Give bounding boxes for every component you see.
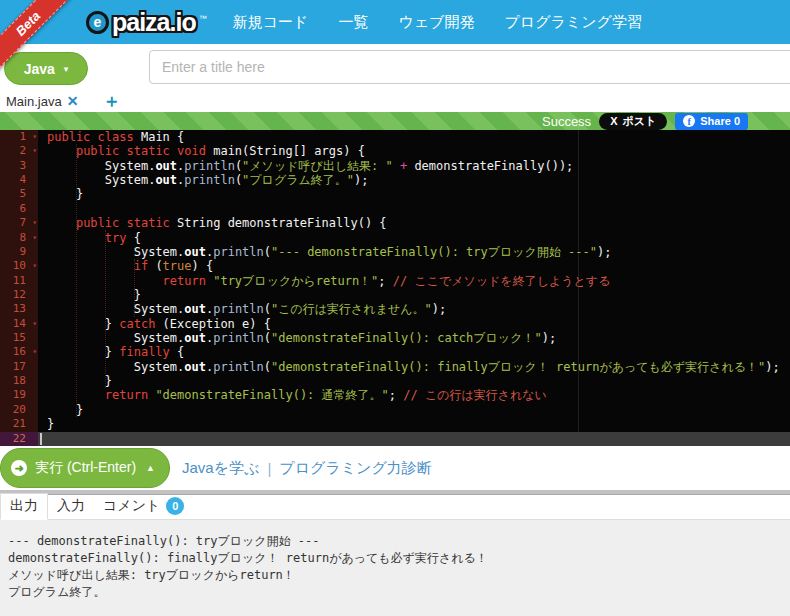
code-editor[interactable]: 1▾public class Main {2▾ public static vo…	[0, 130, 790, 446]
fold-arrow-icon[interactable]: ▾	[32, 259, 37, 273]
tab-comments[interactable]: コメント 0	[94, 494, 193, 519]
output-line: --- demonstrateFinally(): tryブロック開始 ---	[8, 533, 782, 550]
run-button-label: 実行 (Ctrl-Enter)	[35, 459, 136, 477]
fold-arrow-icon[interactable]: ▾	[32, 345, 37, 359]
code-line-content[interactable]: try {	[38, 231, 790, 245]
text-cursor	[40, 433, 42, 445]
code-line-content[interactable]: }	[38, 187, 790, 201]
code-line[interactable]: 6	[0, 202, 790, 216]
code-line-content[interactable]: return "demonstrateFinally(): 通常終了。"; //…	[38, 388, 790, 402]
output-line: メソッド呼び出し結果: tryブロックからreturn！	[8, 567, 782, 584]
chevron-down-icon: ▾	[64, 64, 69, 74]
code-line[interactable]: 13 System.out.println("この行は実行されません。");	[0, 302, 790, 316]
line-number: 5	[0, 187, 38, 201]
x-post-button[interactable]: X ポスト	[599, 113, 667, 130]
code-line[interactable]: 16▾ } finally {	[0, 345, 790, 359]
code-line-content[interactable]	[38, 202, 790, 216]
run-arrow-icon: ➜	[11, 460, 27, 476]
fold-arrow-icon[interactable]: ▾	[32, 317, 37, 331]
title-input[interactable]	[149, 50, 790, 84]
run-button[interactable]: ➜ 実行 (Ctrl-Enter) ▲	[0, 448, 170, 488]
code-line-content[interactable]: System.out.println("メソッド呼び出し結果: " + demo…	[38, 159, 790, 173]
language-selector[interactable]: Java ▾	[4, 52, 88, 85]
x-post-label: ポスト	[622, 114, 656, 129]
nav-item-list[interactable]: 一覧	[338, 13, 368, 32]
code-line-content[interactable]: public static String demonstrateFinally(…	[38, 216, 790, 230]
tab-output[interactable]: 出力	[0, 493, 48, 520]
paiza-logo-icon: e	[86, 11, 109, 34]
code-line-content[interactable]: }	[38, 417, 790, 431]
line-number: 13	[0, 302, 38, 316]
code-line[interactable]: 20 }	[0, 403, 790, 417]
code-line-content[interactable]: public class Main {	[38, 130, 790, 144]
nav-item-web-dev[interactable]: ウェブ開発	[398, 13, 474, 32]
line-number: 22	[0, 432, 38, 446]
code-line-content[interactable]: }	[38, 374, 790, 388]
fold-arrow-icon[interactable]: ▾	[32, 130, 37, 144]
code-line-content[interactable]: System.out.println("demonstrateFinally()…	[38, 360, 790, 374]
code-line-content[interactable]: System.out.println("この行は実行されません。");	[38, 302, 790, 316]
nav-item-learning[interactable]: プログラミング学習	[504, 13, 641, 32]
code-line[interactable]: 19 return "demonstrateFinally(): 通常終了。";…	[0, 388, 790, 402]
file-tab-main-java[interactable]: Main.java	[6, 94, 62, 109]
add-file-icon[interactable]: ＋	[102, 89, 120, 113]
code-line-content[interactable]: return "tryブロックからreturn！"; // ここでメソッドを終了…	[38, 274, 790, 288]
line-number: 19	[0, 388, 38, 402]
line-number: 15	[0, 331, 38, 345]
output-line: プログラム終了。	[8, 584, 782, 601]
nav-item-new-code[interactable]: 新規コード	[233, 13, 309, 32]
skill-check-link[interactable]: プログラミング力診断	[279, 459, 431, 478]
code-line[interactable]: 14▾ } catch (Exception e) {	[0, 317, 790, 331]
code-line-content[interactable]: public static void main(String[] args) {	[38, 144, 790, 158]
code-line-content[interactable]	[38, 432, 790, 446]
line-number: 20	[0, 403, 38, 417]
code-line[interactable]: 5 }	[0, 187, 790, 201]
code-line[interactable]: 3 System.out.println("メソッド呼び出し結果: " + de…	[0, 159, 790, 173]
code-line-content[interactable]: }	[38, 288, 790, 302]
code-line[interactable]: 7▾ public static String demonstrateFinal…	[0, 216, 790, 230]
line-number: 11	[0, 274, 38, 288]
learn-java-link[interactable]: Javaを学ぶ	[182, 459, 259, 478]
fold-arrow-icon[interactable]: ▾	[32, 231, 37, 245]
file-bar: Main.java ✕ ＋	[0, 90, 790, 112]
code-line-content[interactable]: System.out.println("demonstrateFinally()…	[38, 331, 790, 345]
code-line[interactable]: 17 System.out.println("demonstrateFinall…	[0, 360, 790, 374]
code-line[interactable]: 9 System.out.println("--- demonstrateFin…	[0, 245, 790, 259]
output-tabbar: 出力 入力 コメント 0	[0, 495, 790, 520]
line-number: 16▾	[0, 345, 38, 359]
facebook-share-button[interactable]: f Share 0	[675, 113, 748, 130]
code-line[interactable]: 12 }	[0, 288, 790, 302]
chevron-up-icon[interactable]: ▲	[146, 463, 155, 473]
code-line-content[interactable]: System.out.println("プログラム終了。");	[38, 173, 790, 187]
code-line[interactable]: 18 }	[0, 374, 790, 388]
code-line[interactable]: 11 return "tryブロックからreturn！"; // ここでメソッド…	[0, 274, 790, 288]
code-line[interactable]: 4 System.out.println("プログラム終了。");	[0, 173, 790, 187]
code-line-content[interactable]: System.out.println("--- demonstrateFinal…	[38, 245, 790, 259]
code-line[interactable]: 2▾ public static void main(String[] args…	[0, 144, 790, 158]
line-number: 10▾	[0, 259, 38, 273]
nav-menu: 新規コード 一覧 ウェブ開発 プログラミング学習	[233, 13, 642, 32]
close-file-icon[interactable]: ✕	[67, 93, 79, 109]
comment-count-badge: 0	[166, 497, 184, 515]
code-line[interactable]: 22	[0, 432, 790, 446]
paiza-logo[interactable]: e paiza.io ™	[86, 8, 207, 37]
code-line-content[interactable]: }	[38, 403, 790, 417]
line-number: 18	[0, 374, 38, 388]
code-line-content[interactable]: } finally {	[38, 345, 790, 359]
tab-output-label: 出力	[10, 497, 38, 515]
language-selector-label: Java	[24, 61, 55, 77]
code-line[interactable]: 10▾ if (true) {	[0, 259, 790, 273]
fold-arrow-icon[interactable]: ▾	[32, 216, 37, 230]
code-line[interactable]: 15 System.out.println("demonstrateFinall…	[0, 331, 790, 345]
code-line-content[interactable]: if (true) {	[38, 259, 790, 273]
code-line[interactable]: 1▾public class Main {	[0, 130, 790, 144]
fold-arrow-icon[interactable]: ▾	[32, 144, 37, 158]
tab-input-label: 入力	[57, 497, 85, 515]
top-navbar: e paiza.io ™ 新規コード 一覧 ウェブ開発 プログラミング学習	[0, 0, 790, 44]
code-line-content[interactable]: } catch (Exception e) {	[38, 317, 790, 331]
line-number: 21	[0, 417, 38, 431]
line-number: 1▾	[0, 130, 38, 144]
code-line[interactable]: 8▾ try {	[0, 231, 790, 245]
code-line[interactable]: 21}	[0, 417, 790, 431]
tab-input[interactable]: 入力	[48, 494, 94, 519]
